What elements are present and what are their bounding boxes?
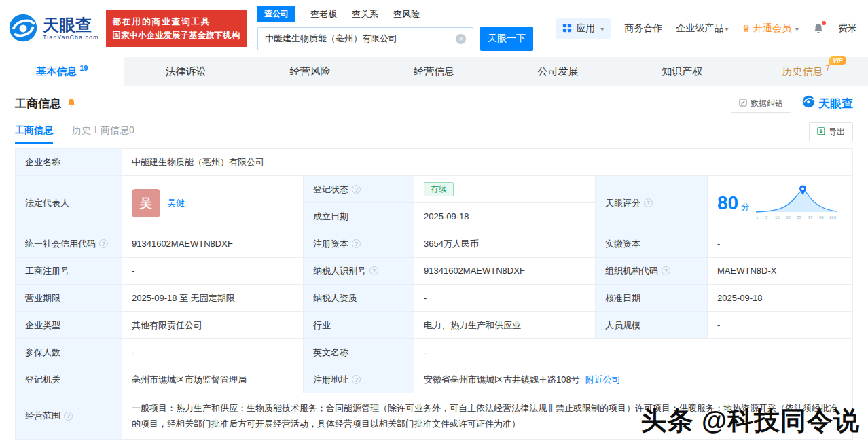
tab-count: 7	[826, 64, 830, 72]
help-icon[interactable]: ?	[352, 239, 361, 248]
legal-rep-link[interactable]: 吴健	[167, 197, 185, 209]
nav-cooperation[interactable]: 商务合作	[624, 22, 662, 35]
nav-vip[interactable]: ♛ 开通会员 ▾	[742, 22, 799, 35]
label-text: 登记状态	[313, 183, 348, 196]
alert-bell-icon[interactable]	[66, 98, 77, 109]
help-icon[interactable]: ?	[64, 412, 73, 421]
label-text: 注册资本	[313, 238, 348, 250]
notification-bell-icon[interactable]	[812, 22, 825, 35]
enterprise-label: 企业级产品	[676, 22, 723, 33]
tab-operation-info[interactable]: 经营信息	[372, 57, 496, 86]
svg-text:97: 97	[808, 215, 813, 219]
field-label-reg-status: 登记状态 ?	[304, 176, 414, 203]
label-text: 统一社会信用代码	[25, 238, 96, 250]
tab-label: 公司发展	[538, 65, 579, 78]
search-area: 查公司 查老板 查关系 查风险 × 天眼一下	[257, 6, 533, 51]
score-cell: 80 分 1 5 15 50 85 97 99 100	[708, 176, 853, 230]
field-value-reg-status: 存续	[414, 176, 596, 203]
business-info-table: 企业名称 中能建生物质能（亳州）有限公司 法定代表人 吴 吴健 登记状态 ? 存…	[15, 148, 853, 440]
tab-legal-proceedings[interactable]: 法律诉讼	[124, 57, 249, 86]
section-header: 工商信息 数据纠错 天眼查	[15, 94, 853, 113]
field-label-business-term: 营业期限	[16, 285, 122, 312]
nav-username[interactable]: 费米	[838, 22, 857, 35]
promo-line1: 都在用的商业查询工具	[113, 15, 240, 29]
tab-label: 基本信息	[36, 65, 77, 78]
field-value-company-type: 其他有限责任公司	[122, 312, 304, 339]
field-label-staff-size: 人员规模	[596, 312, 708, 339]
field-value-taxpayer-quality: -	[414, 285, 596, 312]
tab-company-development[interactable]: 公司发展	[496, 57, 620, 86]
field-label-reg-authority: 登记机关	[16, 366, 122, 393]
tab-label: 经营风险	[289, 65, 330, 78]
top-header: 天眼查 TianYanCha.com 都在用的商业查询工具 国家中小企业发展子基…	[0, 0, 868, 57]
vip-label: 开通会员	[753, 22, 791, 35]
field-value-reg-authority: 亳州市谯城区市场监督管理局	[122, 366, 304, 393]
label-text: 注册地址	[313, 374, 348, 386]
search-tab-company[interactable]: 查公司	[257, 6, 295, 22]
nav-enterprise[interactable]: 企业级产品▾	[676, 22, 728, 35]
tab-intellectual-property[interactable]: 知识产权	[620, 57, 744, 86]
field-value-paid-capital: -	[708, 230, 853, 258]
legal-rep-avatar[interactable]: 吴	[132, 189, 160, 217]
notification-dot	[822, 21, 826, 25]
field-label-insured-count: 参保人数	[16, 339, 122, 366]
data-correction-button[interactable]: 数据纠错	[731, 94, 791, 113]
help-icon[interactable]: ?	[99, 239, 108, 248]
label-text: 经营范围	[25, 410, 60, 422]
subtab-business-info[interactable]: 工商信息	[15, 124, 53, 144]
tab-label: 知识产权	[662, 65, 702, 78]
field-label-industry: 行业	[304, 312, 414, 339]
status-badge: 存续	[424, 182, 454, 196]
svg-text:85: 85	[797, 215, 801, 219]
address-text: 安徽省亳州市谯城区古井镇魏王路108号	[424, 374, 580, 386]
data-correction-label: 数据纠错	[751, 98, 783, 109]
field-label-taxpayer-quality: 纳税人资质	[304, 285, 414, 312]
legal-rep-cell: 吴 吴健	[122, 176, 304, 230]
field-label-establish-date: 成立日期	[304, 203, 414, 230]
search-row: × 天眼一下	[257, 27, 533, 51]
search-tab-risk[interactable]: 查风险	[393, 8, 420, 20]
field-label-reg-capital: 注册资本 ?	[304, 230, 414, 258]
field-value-taxpayer-id: 91341602MAEWTN8DXF	[414, 258, 596, 285]
help-icon[interactable]: ?	[369, 266, 378, 275]
page-title: 工商信息	[15, 96, 61, 111]
section-brand-logo: 天眼查	[802, 95, 853, 111]
subtab-history-business-info[interactable]: 历史工商信息0	[72, 124, 134, 144]
search-tab-relation[interactable]: 查关系	[352, 8, 378, 20]
field-value-org-code: MAEWTN8D-X	[708, 258, 853, 285]
help-icon[interactable]: ?	[644, 198, 653, 207]
help-icon[interactable]: ?	[352, 375, 361, 384]
svg-text:5: 5	[765, 215, 768, 219]
apps-menu[interactable]: 应用 ▾	[556, 18, 611, 39]
tab-basic-info[interactable]: 基本信息19	[0, 57, 124, 86]
field-value-company-name: 中能建生物质能（亳州）有限公司	[122, 149, 853, 176]
nearby-companies-link[interactable]: 附近公司	[585, 374, 621, 386]
score-value: 80	[717, 194, 738, 213]
chevron-down-icon: ▾	[600, 25, 604, 33]
chevron-down-icon: ▾	[795, 25, 799, 33]
field-value-reg-address: 安徽省亳州市谯城区古井镇魏王路108号 附近公司	[414, 366, 853, 393]
svg-text:50: 50	[786, 215, 791, 219]
top-nav: 应用 ▾ 商务合作 企业级产品▾ ♛ 开通会员 ▾ 费米	[556, 18, 857, 39]
clear-icon[interactable]: ×	[456, 34, 466, 44]
field-value-reg-capital: 3654万人民币	[414, 230, 596, 258]
tab-operation-risk[interactable]: 经营风险	[248, 57, 372, 86]
search-button[interactable]: 天眼一下	[480, 27, 533, 51]
field-value-english-name: -	[414, 339, 853, 366]
field-label-company-type: 企业类型	[16, 312, 122, 339]
field-label-taxpayer-id: 纳税人识别号 ?	[304, 258, 414, 285]
help-icon[interactable]: ?	[662, 266, 670, 275]
toutiao-watermark: 头条 @科技同令说	[640, 404, 860, 438]
export-button[interactable]: 导出	[809, 122, 853, 141]
field-label-approval-date: 核准日期	[596, 285, 708, 312]
search-tab-boss[interactable]: 查老板	[310, 8, 337, 20]
tianyancha-logo[interactable]: 天眼查 TianYanCha.com	[8, 13, 99, 45]
field-value-business-term: 2025-09-18 至 无固定期限	[122, 285, 304, 312]
tab-history-info[interactable]: 历史信息 7 VIP	[744, 57, 868, 86]
field-value-reg-number: -	[122, 258, 304, 285]
tab-count: 19	[79, 64, 88, 72]
search-input[interactable]	[265, 34, 456, 44]
help-icon[interactable]: ?	[352, 185, 361, 194]
eye-logo-icon	[8, 13, 38, 45]
label-text: 纳税人识别号	[313, 265, 366, 277]
